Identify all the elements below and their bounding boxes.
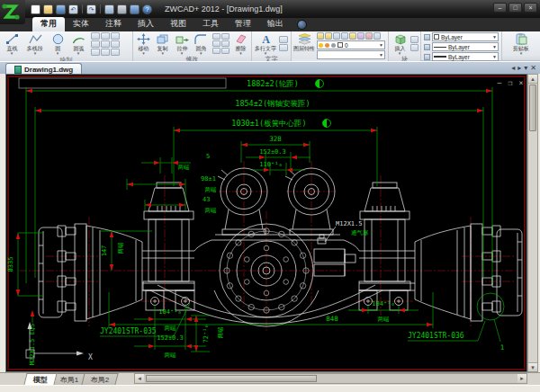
tool-icon[interactable] bbox=[212, 48, 220, 54]
tab-layout2[interactable]: 布局2 bbox=[82, 373, 120, 385]
tab-scroll-right-icon[interactable]: ▸ bbox=[518, 64, 521, 73]
scroll-down-icon[interactable]: ▼ bbox=[528, 362, 537, 371]
layer-thaw-icon[interactable] bbox=[341, 32, 348, 40]
preview-icon[interactable] bbox=[104, 4, 114, 14]
tab-manage[interactable]: 管理 bbox=[227, 17, 259, 31]
horizontal-scroll-thumb[interactable] bbox=[146, 375, 317, 382]
mdi-minimize-icon[interactable]: – bbox=[498, 79, 502, 87]
copy-button[interactable]: 复制▾ bbox=[153, 32, 172, 55]
layer-unlock-icon[interactable] bbox=[357, 32, 364, 40]
scroll-left-icon[interactable]: ◄ bbox=[135, 374, 144, 383]
circle-button[interactable]: 圆▾ bbox=[48, 32, 68, 56]
dim-1882: 1882±2(轮距) bbox=[247, 79, 299, 88]
layer-on-icon[interactable] bbox=[317, 32, 324, 40]
tool-icon[interactable] bbox=[212, 33, 220, 40]
open-icon[interactable] bbox=[43, 4, 53, 14]
tool-icon[interactable] bbox=[111, 40, 120, 48]
layer-properties-button[interactable]: 图层特性 bbox=[292, 32, 316, 59]
tab-home[interactable]: 常用 bbox=[32, 17, 65, 31]
drawing-notes: 两端 两端 两端 两端 两端 两端 两端 两端 通气塞 JY2401STR-03… bbox=[100, 164, 504, 359]
maximize-button[interactable]: □ bbox=[508, 3, 522, 13]
stretch-button[interactable]: 拉伸▾ bbox=[172, 32, 191, 55]
tool-icon[interactable] bbox=[221, 40, 230, 47]
scroll-right-icon[interactable]: ► bbox=[518, 374, 526, 383]
lineweight-dropdown[interactable]: ByLayer ▼ bbox=[432, 52, 499, 61]
layer-filter-dropdown[interactable]: ▼ bbox=[317, 50, 385, 59]
tool-icon[interactable] bbox=[91, 32, 100, 40]
minimize-button[interactable]: – bbox=[493, 3, 507, 13]
layer-lock-icon[interactable] bbox=[349, 32, 356, 40]
dim-1854: 1854±2(钢轴安装距) bbox=[235, 99, 310, 108]
window-title: ZWCAD+ 2012 - [Drawing1.dwg] bbox=[165, 4, 283, 13]
scroll-up-icon[interactable]: ▲ bbox=[528, 75, 537, 84]
tool-icon[interactable] bbox=[111, 32, 120, 40]
horizontal-scrollbar[interactable]: ◄ ► bbox=[134, 373, 527, 384]
drawing-viewport[interactable]: 1882±2(轮距) 1854±2(钢轴安装距) 1030±1(板簧中心距) 3… bbox=[5, 74, 527, 372]
polyline-icon bbox=[29, 33, 42, 45]
zwcad-logo-icon bbox=[0, 0, 25, 24]
layer-prev-icon[interactable] bbox=[374, 32, 381, 40]
dim-110: 110⁺¹₀ bbox=[259, 161, 282, 168]
paste-button[interactable]: 剪贴板▾ bbox=[507, 32, 536, 55]
chevron-down-icon: ▼ bbox=[492, 34, 497, 40]
vertical-scrollbar[interactable]: ▲ ▼ bbox=[527, 74, 538, 372]
linetype-dropdown[interactable]: ByLayer ▼ bbox=[432, 42, 499, 51]
tab-tools[interactable]: 工具 bbox=[194, 17, 227, 31]
save-icon[interactable] bbox=[56, 4, 66, 14]
tool-icon[interactable] bbox=[221, 48, 230, 54]
tab-view[interactable]: 视图 bbox=[162, 17, 194, 31]
tab-close-icon[interactable]: ✕ bbox=[530, 64, 536, 73]
arc-button[interactable]: 圆弧▾ bbox=[68, 32, 89, 56]
dwg-file-icon bbox=[14, 66, 22, 74]
line-button[interactable]: 直线▾ bbox=[1, 32, 22, 56]
tab-scroll-left-icon[interactable]: ◂ bbox=[511, 64, 515, 73]
layer-select-dropdown[interactable]: 0 ▼ bbox=[317, 40, 385, 49]
tool-icon[interactable] bbox=[410, 36, 418, 43]
tool-icon[interactable] bbox=[101, 40, 110, 48]
tab-output[interactable]: 输出 bbox=[259, 17, 292, 31]
move-button[interactable]: 移动▾ bbox=[134, 32, 153, 55]
ribbon-options-icon[interactable] bbox=[297, 20, 307, 30]
erase-button[interactable]: 擦除▾ bbox=[231, 32, 250, 55]
current-layer-name: 0 bbox=[345, 42, 348, 49]
linetype-value: ByLayer bbox=[448, 44, 470, 50]
layer-panel: 图层特性 0 bbox=[292, 31, 389, 60]
tab-insert[interactable]: 插入 bbox=[130, 17, 162, 31]
layer-freeze-icon[interactable] bbox=[333, 32, 340, 40]
tool-icon[interactable] bbox=[410, 44, 418, 51]
app-logo[interactable] bbox=[0, 0, 25, 24]
fillet-button[interactable]: 圆角▾ bbox=[192, 32, 211, 55]
tool-icon[interactable] bbox=[279, 44, 288, 51]
tool-icon[interactable] bbox=[91, 49, 100, 56]
help-icon[interactable]: ? bbox=[142, 4, 152, 14]
tool-icon[interactable] bbox=[212, 40, 220, 47]
tab-annotate[interactable]: 注释 bbox=[97, 17, 130, 31]
polyline-button[interactable]: 多线段▾ bbox=[22, 32, 48, 56]
tool-icon[interactable] bbox=[279, 36, 288, 43]
balloon-1: 1 bbox=[500, 343, 505, 352]
layer-off-icon[interactable] bbox=[325, 32, 332, 40]
redo-icon[interactable]: ↷ bbox=[86, 4, 96, 14]
color-dropdown[interactable]: ByLayer ▼ bbox=[432, 32, 499, 41]
tool-icon[interactable] bbox=[111, 49, 120, 56]
tool-icon[interactable] bbox=[101, 32, 110, 40]
clipboard-panel: 剪贴板▾ bbox=[502, 31, 540, 60]
tab-model[interactable]: 模型 bbox=[23, 373, 57, 385]
undo-icon[interactable]: ↶ bbox=[68, 4, 78, 14]
mdi-close-icon[interactable]: × bbox=[519, 79, 524, 87]
tool-icon[interactable] bbox=[101, 49, 110, 56]
mtext-button[interactable]: A 多行文字▾ bbox=[253, 32, 278, 55]
vertical-scroll-thumb[interactable] bbox=[529, 85, 536, 131]
new-icon[interactable] bbox=[31, 4, 40, 14]
insert-block-button[interactable]: 插入▾ bbox=[390, 32, 410, 55]
publish-icon[interactable] bbox=[130, 4, 140, 14]
mdi-window-controls: – ❐ × bbox=[498, 79, 524, 87]
tab-list-icon[interactable]: ▾ bbox=[524, 64, 527, 73]
print-icon[interactable] bbox=[117, 4, 127, 14]
tool-icon[interactable] bbox=[221, 33, 230, 40]
close-button[interactable]: × bbox=[524, 3, 537, 13]
mdi-restore-icon[interactable]: ❐ bbox=[508, 79, 513, 87]
tool-icon[interactable] bbox=[91, 40, 100, 48]
layer-match-icon[interactable] bbox=[365, 32, 373, 40]
tab-solid[interactable]: 实体 bbox=[65, 17, 97, 31]
